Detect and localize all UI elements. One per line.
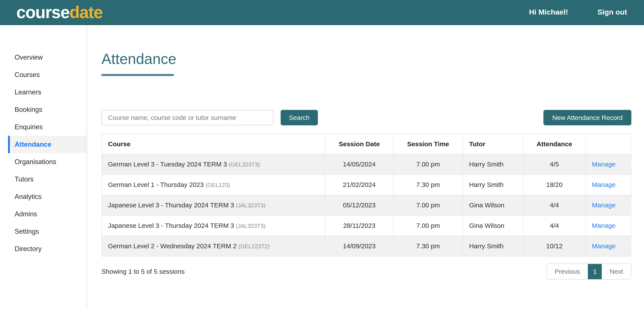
session-time: 7.30 pm xyxy=(394,175,463,195)
tutor-name: Gina Wilson xyxy=(463,215,523,236)
column-header-course: Course xyxy=(102,134,325,154)
pagination-page-1[interactable]: 1 xyxy=(588,264,602,279)
column-header-session-time: Session Time xyxy=(394,134,463,154)
session-time: 7.00 pm xyxy=(394,215,463,236)
sidebar-item-analytics[interactable]: Analytics xyxy=(8,188,87,205)
course-code: (JAL323T3) xyxy=(236,223,266,229)
tutor-name: Harry Smith xyxy=(463,175,523,195)
course-title: German Level 1 - Thursday 2023 xyxy=(108,181,204,188)
sidebar-item-tutors[interactable]: Tutors xyxy=(8,171,87,188)
page-title: Attendance xyxy=(102,51,631,67)
table-row: Japanese Level 3 - Thursday 2024 TERM 3 … xyxy=(102,195,631,215)
session-date: 28/11/2023 xyxy=(325,215,394,236)
main-content: Attendance Search New Attendance Record … xyxy=(87,25,644,308)
session-date: 05/12/2023 xyxy=(325,195,394,215)
attendance-table: Course Session Date Session Time Tutor A… xyxy=(102,134,631,257)
sidebar-item-organisations[interactable]: Organisations xyxy=(8,153,87,171)
sidebar-item-learners[interactable]: Learners xyxy=(8,84,87,101)
app-logo[interactable]: coursedate xyxy=(16,4,102,21)
results-summary: Showing 1 to 5 of 5 sessions xyxy=(102,268,184,275)
course-code: (GEL323T3) xyxy=(229,161,260,168)
sidebar-nav: Overview Courses Learners Bookings Enqui… xyxy=(0,25,87,308)
pagination-next[interactable]: Next xyxy=(602,264,631,279)
user-greeting: Hi Michael! xyxy=(529,8,568,16)
session-date: 21/02/2024 xyxy=(325,175,394,195)
session-time: 7.00 pm xyxy=(394,154,463,175)
course-title: German Level 2 - Wednesday 2024 TERM 2 xyxy=(108,242,237,250)
sidebar-item-admins[interactable]: Admins xyxy=(8,205,87,223)
course-code: (GEL223T2) xyxy=(238,243,270,250)
manage-link[interactable]: Manage xyxy=(592,202,616,209)
logo-text-accent: date xyxy=(70,2,102,22)
sidebar-item-bookings[interactable]: Bookings xyxy=(8,101,87,118)
tutor-name: Harry Smith xyxy=(463,236,523,256)
table-header-row: Course Session Date Session Time Tutor A… xyxy=(102,134,631,154)
course-code: (GEL123) xyxy=(206,182,230,188)
tutor-name: Gina Wilson xyxy=(463,195,523,215)
sign-out-link[interactable]: Sign out xyxy=(598,8,627,16)
session-date: 14/05/2024 xyxy=(325,154,394,175)
session-time: 7.30 pm xyxy=(394,236,463,256)
search-button[interactable]: Search xyxy=(281,110,318,125)
sidebar-item-enquiries[interactable]: Enquiries xyxy=(8,118,87,136)
sidebar-item-overview[interactable]: Overview xyxy=(8,49,87,66)
manage-link[interactable]: Manage xyxy=(592,242,616,250)
manage-link[interactable]: Manage xyxy=(592,222,616,229)
table-row: German Level 2 - Wednesday 2024 TERM 2 (… xyxy=(102,236,631,256)
column-header-attendance: Attendance xyxy=(523,134,586,154)
course-title: Japanese Level 3 - Thursday 2024 TERM 3 xyxy=(108,222,234,229)
session-time: 7.00 pm xyxy=(394,195,463,215)
topbar: coursedate Hi Michael! Sign out xyxy=(0,0,644,25)
toolbar: Search New Attendance Record xyxy=(102,110,631,125)
column-header-session-date: Session Date xyxy=(325,134,394,154)
attendance-count: 4/4 xyxy=(523,215,586,236)
pagination-previous[interactable]: Previous xyxy=(547,264,588,279)
table-row: Japanese Level 3 - Thursday 2024 TERM 3 … xyxy=(102,215,631,236)
column-header-action xyxy=(586,134,631,154)
session-date: 14/09/2023 xyxy=(325,236,394,256)
sidebar-item-settings[interactable]: Settings xyxy=(8,223,87,240)
table-row: German Level 3 - Tuesday 2024 TERM 3 (GE… xyxy=(102,154,631,175)
attendance-count: 4/4 xyxy=(523,195,586,215)
sidebar-item-attendance[interactable]: Attendance xyxy=(8,136,87,153)
column-header-tutor: Tutor xyxy=(463,134,523,154)
search-input[interactable] xyxy=(102,110,274,125)
sidebar-item-courses[interactable]: Courses xyxy=(8,66,87,84)
logo-text-primary: course xyxy=(16,2,70,22)
title-underline xyxy=(102,74,174,76)
attendance-count: 10/12 xyxy=(523,236,586,256)
topbar-right: Hi Michael! Sign out xyxy=(529,8,627,16)
table-row: German Level 1 - Thursday 2023 (GEL123) … xyxy=(102,175,631,195)
manage-link[interactable]: Manage xyxy=(592,181,616,188)
tutor-name: Harry Smith xyxy=(463,154,523,175)
course-code: (JAL323T3) xyxy=(236,202,266,209)
course-title: Japanese Level 3 - Thursday 2024 TERM 3 xyxy=(108,202,234,209)
table-footer: Showing 1 to 5 of 5 sessions Previous 1 … xyxy=(102,264,631,280)
pagination: Previous 1 Next xyxy=(546,264,631,280)
attendance-count: 18/20 xyxy=(523,175,586,195)
manage-link[interactable]: Manage xyxy=(592,161,616,168)
course-title: German Level 3 - Tuesday 2024 TERM 3 xyxy=(108,161,227,168)
attendance-count: 4/5 xyxy=(523,154,586,175)
sidebar-item-directory[interactable]: Directory xyxy=(8,240,87,258)
new-attendance-record-button[interactable]: New Attendance Record xyxy=(544,110,631,125)
